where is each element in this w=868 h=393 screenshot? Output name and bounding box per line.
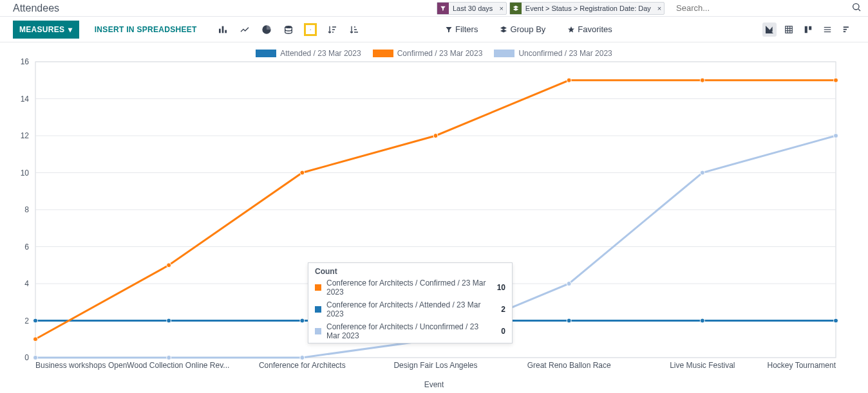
x-axis-label: Event — [0, 380, 868, 389]
svg-rect-3 — [222, 26, 223, 33]
svg-rect-4 — [225, 30, 227, 33]
chart-area: Attended / 23 Mar 2023 Confirmed / 23 Ma… — [0, 42, 868, 393]
svg-point-59 — [567, 78, 571, 82]
insert-in-spreadsheet-button[interactable]: INSERT IN SPREADSHEET — [91, 24, 201, 35]
svg-point-49 — [167, 318, 171, 323]
svg-point-50 — [300, 318, 305, 323]
svg-point-61 — [834, 78, 838, 82]
bar-chart-icon[interactable] — [216, 23, 229, 36]
svg-rect-19 — [844, 26, 849, 28]
list-view-icon[interactable] — [820, 23, 835, 37]
toolbar: MEASURES ▾ INSERT IN SPREADSHEET Filters — [0, 17, 868, 42]
facet-filter-last30days[interactable]: Last 30 days × — [437, 2, 507, 15]
legend-item[interactable]: Unconfirmed / 23 Mar 2023 — [494, 49, 612, 58]
group-icon — [510, 3, 522, 14]
svg-point-5 — [285, 26, 292, 28]
facet-close-icon[interactable]: × — [655, 5, 664, 12]
svg-text:Business workshops: Business workshops — [35, 361, 106, 370]
caret-down-icon: ▾ — [68, 25, 72, 34]
svg-point-67 — [700, 170, 704, 175]
svg-text:Live Music Festival: Live Music Festival — [670, 361, 735, 370]
line-chart-icon[interactable] — [238, 23, 251, 36]
filter-icon — [437, 3, 449, 14]
svg-point-52 — [567, 318, 571, 323]
svg-text:Design Fair Los Angeles: Design Fair Los Angeles — [393, 361, 477, 370]
svg-point-48 — [33, 318, 38, 323]
legend-swatch — [373, 50, 393, 57]
tooltip-swatch — [315, 284, 321, 291]
tooltip-title: Count — [308, 263, 512, 277]
svg-text:0: 0 — [24, 353, 29, 362]
search-icon[interactable] — [851, 2, 862, 14]
filters-button[interactable]: Filters — [441, 24, 482, 35]
chart-type-group — [216, 23, 361, 36]
favorites-button[interactable]: Favorites — [563, 24, 616, 35]
svg-point-58 — [433, 134, 438, 138]
pie-chart-icon[interactable] — [260, 23, 273, 36]
legend-swatch — [494, 50, 514, 57]
svg-text:10: 10 — [21, 169, 30, 178]
tooltip-swatch — [315, 306, 321, 313]
measures-button[interactable]: MEASURES ▾ — [13, 21, 79, 39]
svg-point-53 — [700, 318, 704, 323]
kanban-view-icon[interactable] — [801, 23, 815, 37]
svg-point-60 — [700, 78, 704, 82]
search-facets: Last 30 days × Event > Status > Registra… — [437, 0, 667, 17]
svg-text:6: 6 — [24, 242, 29, 251]
svg-point-55 — [33, 337, 38, 342]
chart-tooltip: Count Conference for Architects / Confir… — [308, 262, 513, 343]
svg-point-57 — [300, 170, 305, 175]
svg-text:Great Reno Ballon Race: Great Reno Ballon Race — [527, 361, 611, 370]
svg-text:12: 12 — [21, 131, 30, 140]
svg-text:Hockey Tournament: Hockey Tournament — [768, 361, 836, 370]
legend-item[interactable]: Attended / 23 Mar 2023 — [256, 49, 361, 58]
svg-point-63 — [167, 356, 171, 360]
view-switcher — [762, 23, 854, 37]
search-tools: Filters Group By Favorites — [441, 24, 616, 35]
top-row: Attendees Last 30 days × Event > Status … — [0, 0, 868, 17]
graph-view-icon[interactable] — [762, 23, 777, 37]
facet-close-icon[interactable]: × — [496, 5, 505, 12]
page-title: Attendees — [0, 3, 59, 14]
svg-point-54 — [834, 318, 838, 323]
svg-text:2: 2 — [24, 316, 29, 325]
groupby-button[interactable]: Group By — [496, 24, 549, 35]
svg-rect-2 — [219, 28, 221, 33]
svg-rect-14 — [805, 26, 807, 33]
svg-point-62 — [33, 356, 38, 360]
svg-text:OpenWood Collection Online Rev: OpenWood Collection Online Rev... — [108, 361, 229, 370]
ascending-bar-icon[interactable] — [304, 23, 317, 36]
sort-desc-icon[interactable] — [326, 23, 339, 36]
legend-swatch — [256, 50, 276, 57]
facet-group-event-status[interactable]: Event > Status > Registration Date: Day … — [509, 2, 665, 15]
svg-point-56 — [167, 263, 171, 268]
tooltip-row: Conference for Architects / Unconfirmed … — [308, 321, 512, 343]
svg-text:8: 8 — [24, 205, 29, 214]
stacked-icon[interactable] — [282, 23, 295, 36]
svg-rect-21 — [844, 31, 846, 32]
tooltip-swatch — [315, 328, 321, 334]
legend-item[interactable]: Confirmed / 23 Mar 2023 — [373, 49, 483, 58]
svg-text:16: 16 — [21, 57, 30, 66]
tooltip-row: Conference for Architects / Confirmed / … — [308, 277, 512, 299]
svg-point-64 — [300, 356, 305, 360]
search-input[interactable] — [675, 0, 842, 15]
svg-line-1 — [858, 9, 860, 11]
svg-point-0 — [853, 4, 859, 10]
svg-text:4: 4 — [24, 279, 29, 288]
svg-point-68 — [834, 134, 838, 138]
svg-point-66 — [567, 282, 571, 286]
svg-rect-15 — [809, 26, 811, 30]
svg-rect-9 — [786, 26, 793, 33]
gantt-view-icon[interactable] — [840, 23, 854, 37]
tooltip-row: Conference for Architects / Attended / 2… — [308, 299, 512, 321]
chart-legend: Attended / 23 Mar 2023 Confirmed / 23 Ma… — [0, 49, 868, 58]
pivot-view-icon[interactable] — [782, 23, 796, 37]
svg-text:14: 14 — [21, 95, 30, 104]
svg-rect-20 — [844, 28, 847, 30]
sort-asc-icon[interactable] — [348, 23, 361, 36]
svg-text:Conference for Architects: Conference for Architects — [259, 361, 346, 370]
